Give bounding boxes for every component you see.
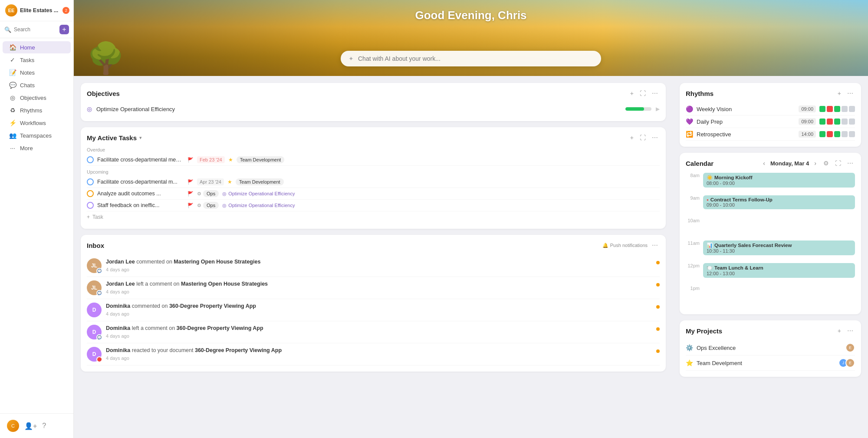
ai-search-bar[interactable]: ✦: [341, 51, 601, 66]
calendar-next-btn[interactable]: ›: [812, 159, 819, 168]
sidebar-footer: C 👤+ ?: [0, 413, 73, 438]
task-name: Facilitate cross-departmental meet...: [97, 157, 184, 163]
project-icon: ⭐: [686, 359, 693, 366]
calendar-expand-btn[interactable]: ⛶: [833, 159, 843, 168]
list-item: ⭐ Team Develpment J E: [686, 356, 855, 371]
ai-search-icon: ✦: [349, 55, 354, 62]
hero-banner: 🌳 Good Evening, Chris ✦: [74, 0, 868, 76]
unread-indicator: [656, 261, 660, 264]
rhythms-actions: + ⋯: [836, 89, 855, 98]
task-ops-group: ⚙ Ops: [197, 190, 219, 197]
event-title: ● Contract Terms Follow-Up: [707, 197, 852, 202]
rhythm-dots: [819, 106, 855, 112]
objective-toggle[interactable]: ▶: [656, 106, 660, 112]
sidebar-item-tasks[interactable]: ✓ Tasks: [3, 54, 71, 66]
task-status-circle[interactable]: [87, 202, 94, 209]
list-item: D 💬 Dominika left a comment on 360-Degre…: [87, 321, 660, 343]
objectives-add-btn[interactable]: +: [628, 89, 635, 98]
tasks-dropdown-icon[interactable]: ▾: [139, 135, 142, 141]
objective-label: Optimize Operational Efficiency: [96, 106, 621, 112]
new-item-button[interactable]: +: [59, 25, 69, 34]
sidebar-item-home[interactable]: 🏠 Home: [3, 41, 71, 53]
search-icon: 🔍: [4, 26, 11, 33]
calendar-event[interactable]: ● Contract Terms Follow-Up 09:00 - 10:00: [703, 195, 855, 209]
table-row: Staff feedback on ineffic... 🚩 ⚙ Ops ◎ O…: [87, 200, 660, 211]
calendar-event[interactable]: ☀️ Morning Kickoff 08:00 - 09:00: [703, 173, 855, 188]
sidebar-item-objectives[interactable]: ◎ Objectives: [3, 92, 71, 104]
inbox-item-text: Jordan Lee left a comment on Mastering O…: [106, 280, 652, 288]
my-projects-card: My Projects + ⋯ ⚙️ Ops Excellence E ⭐ Te…: [680, 320, 861, 377]
rhythm-dot: [834, 106, 840, 112]
calendar-event[interactable]: 🍽️ Team Lunch & Learn 12:00 - 13:00: [703, 263, 855, 278]
inbox-item-time: 4 days ago: [106, 311, 652, 316]
calendar-settings-btn[interactable]: ⚙: [822, 159, 831, 168]
sidebar-item-more[interactable]: ··· More: [3, 142, 71, 154]
sidebar-item-notes[interactable]: 📝 Notes: [3, 66, 71, 79]
objectives-card: Objectives + ⛶ ⋯ ◎ Optimize Operational …: [81, 83, 666, 121]
calendar-events-slot: [703, 286, 855, 308]
ai-search-input[interactable]: [358, 55, 593, 62]
task-flag-icon: 🚩: [187, 191, 194, 197]
project-name: Ops Excellence: [697, 345, 842, 351]
tasks-add-btn[interactable]: +: [628, 133, 635, 142]
calendar-time-slot: 1pm: [686, 286, 855, 308]
objectives-header: Objectives + ⛶ ⋯: [87, 89, 660, 98]
task-status-circle[interactable]: [87, 178, 94, 185]
inbox-item-time: 4 days ago: [106, 356, 652, 361]
objectives-expand-btn[interactable]: ⛶: [638, 89, 648, 98]
rhythm-dot: [849, 106, 855, 112]
rhythms-add-btn[interactable]: +: [836, 89, 843, 98]
event-dot: ●: [707, 198, 709, 202]
inbox-menu-btn[interactable]: ⋯: [650, 241, 660, 250]
calendar-events-slot: ☀️ Morning Kickoff 08:00 - 09:00: [703, 173, 855, 195]
projects-add-btn[interactable]: +: [836, 326, 843, 335]
calendar-prev-btn[interactable]: ‹: [760, 159, 768, 168]
rhythm-dot: [819, 106, 825, 112]
inbox-avatar: D ❤️: [87, 347, 102, 362]
task-status-circle[interactable]: [87, 190, 94, 197]
rhythms-menu-btn[interactable]: ⋯: [845, 89, 855, 98]
objective-ref-icon: ◎: [222, 191, 227, 197]
sidebar-item-rhythms[interactable]: ♻ Rhythms: [3, 104, 71, 116]
event-title: ☀️ Morning Kickoff: [707, 175, 852, 181]
projects-header: My Projects + ⋯: [686, 326, 855, 335]
calendar-time-slot: 11am 📊 Quarterly Sales Forecast Review 1…: [686, 240, 855, 263]
home-icon: 🏠: [9, 44, 16, 51]
list-item: D Dominika commented on 360-Degree Prope…: [87, 299, 660, 321]
sidebar-item-label: Objectives: [20, 95, 46, 101]
calendar-time-slot: 10am: [686, 218, 855, 240]
help-icon[interactable]: ?: [42, 422, 46, 430]
tasks-expand-btn[interactable]: ⛶: [638, 133, 648, 142]
inbox-badge: 💬: [96, 268, 102, 274]
add-member-icon[interactable]: 👤+: [24, 422, 37, 430]
projects-menu-btn[interactable]: ⋯: [845, 326, 855, 335]
user-avatar[interactable]: C: [7, 420, 19, 432]
content-area: Objectives + ⛶ ⋯ ◎ Optimize Operational …: [74, 76, 868, 438]
sidebar-search-bar[interactable]: 🔍 +: [0, 21, 73, 38]
calendar-event[interactable]: 📊 Quarterly Sales Forecast Review 10:30 …: [703, 240, 855, 255]
inbox-avatar: JL 💬: [87, 258, 102, 273]
search-input[interactable]: [14, 26, 57, 33]
inbox-item-content: Dominika left a comment on 360-Degree Pr…: [106, 325, 652, 339]
sidebar-item-chats[interactable]: 💬 Chats: [3, 79, 71, 91]
push-notifications-button[interactable]: 🔔 Push notifications: [602, 243, 648, 248]
sidebar-item-label: Home: [20, 44, 35, 51]
objective-ref-icon: ◎: [222, 203, 227, 208]
sidebar-item-workflows[interactable]: ⚡ Workflows: [3, 117, 71, 129]
tasks-menu-btn[interactable]: ⋯: [650, 133, 660, 142]
table-row: Analyze audit outcomes ... 🚩 ⚙ Ops ◎ Opt…: [87, 188, 660, 200]
rhythm-dots: [819, 119, 855, 125]
rhythm-icon: 🔁: [686, 131, 693, 138]
sidebar-item-label: Rhythms: [20, 107, 42, 114]
sidebar-item-label: Teamspaces: [20, 132, 52, 139]
objectives-menu-btn[interactable]: ⋯: [650, 89, 660, 98]
add-task-button[interactable]: + Task: [87, 211, 660, 223]
sidebar-item-teamspaces[interactable]: 👥 Teamspaces: [3, 129, 71, 142]
task-star-icon: ★: [227, 179, 232, 185]
task-status-circle[interactable]: [87, 156, 94, 163]
inbox-badge: 💬: [96, 334, 102, 340]
rhythm-icon: 💜: [686, 118, 693, 125]
calendar-header: Calendar ‹ Monday, Mar 4 › ⚙ ⛶ ⋯: [686, 159, 855, 168]
calendar-menu-btn[interactable]: ⋯: [845, 159, 855, 168]
inbox-item-text: Dominika left a comment on 360-Degree Pr…: [106, 325, 652, 333]
